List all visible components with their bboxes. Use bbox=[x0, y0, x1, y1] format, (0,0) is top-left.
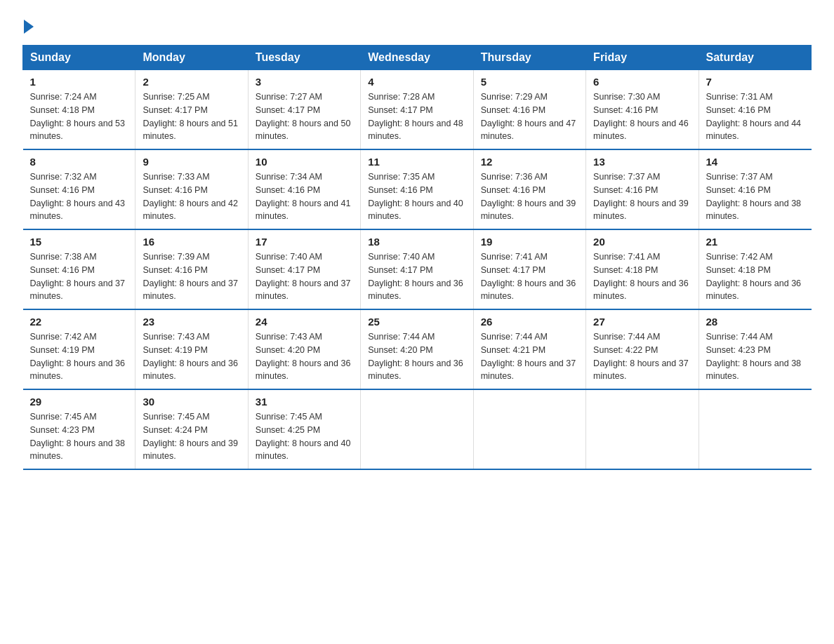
calendar-cell: 28Sunrise: 7:44 AMSunset: 4:23 PMDayligh… bbox=[699, 309, 811, 389]
weekday-header-sunday: Sunday bbox=[23, 46, 135, 70]
weekday-header-thursday: Thursday bbox=[473, 46, 585, 70]
page-header bbox=[22, 17, 812, 31]
day-number: 7 bbox=[706, 76, 805, 88]
day-info: Sunrise: 7:44 AMSunset: 4:23 PMDaylight:… bbox=[706, 330, 805, 383]
calendar-cell: 13Sunrise: 7:37 AMSunset: 4:16 PMDayligh… bbox=[586, 149, 699, 229]
day-info: Sunrise: 7:44 AMSunset: 4:22 PMDaylight:… bbox=[593, 330, 691, 383]
day-info: Sunrise: 7:45 AMSunset: 4:24 PMDaylight:… bbox=[143, 410, 240, 463]
calendar-cell: 7Sunrise: 7:31 AMSunset: 4:16 PMDaylight… bbox=[699, 70, 811, 150]
calendar-cell: 18Sunrise: 7:40 AMSunset: 4:17 PMDayligh… bbox=[361, 229, 473, 309]
calendar-cell: 26Sunrise: 7:44 AMSunset: 4:21 PMDayligh… bbox=[473, 309, 585, 389]
day-number: 18 bbox=[368, 236, 465, 248]
calendar-cell: 21Sunrise: 7:42 AMSunset: 4:18 PMDayligh… bbox=[699, 229, 811, 309]
calendar-week-row: 29Sunrise: 7:45 AMSunset: 4:23 PMDayligh… bbox=[23, 389, 812, 469]
calendar-week-row: 1Sunrise: 7:24 AMSunset: 4:18 PMDaylight… bbox=[23, 70, 812, 150]
day-info: Sunrise: 7:37 AMSunset: 4:16 PMDaylight:… bbox=[593, 170, 691, 223]
logo bbox=[22, 17, 34, 31]
day-info: Sunrise: 7:45 AMSunset: 4:23 PMDaylight:… bbox=[30, 410, 128, 463]
calendar-cell: 14Sunrise: 7:37 AMSunset: 4:16 PMDayligh… bbox=[699, 149, 811, 229]
day-number: 20 bbox=[593, 236, 691, 248]
calendar-cell: 30Sunrise: 7:45 AMSunset: 4:24 PMDayligh… bbox=[135, 389, 248, 469]
day-info: Sunrise: 7:24 AMSunset: 4:18 PMDaylight:… bbox=[30, 90, 128, 143]
weekday-header-saturday: Saturday bbox=[699, 46, 811, 70]
calendar-cell: 31Sunrise: 7:45 AMSunset: 4:25 PMDayligh… bbox=[248, 389, 360, 469]
calendar-cell: 15Sunrise: 7:38 AMSunset: 4:16 PMDayligh… bbox=[23, 229, 135, 309]
day-number: 24 bbox=[256, 316, 353, 328]
day-info: Sunrise: 7:45 AMSunset: 4:25 PMDaylight:… bbox=[256, 410, 353, 463]
day-number: 31 bbox=[256, 396, 353, 408]
calendar-cell: 9Sunrise: 7:33 AMSunset: 4:16 PMDaylight… bbox=[135, 149, 248, 229]
day-info: Sunrise: 7:28 AMSunset: 4:17 PMDaylight:… bbox=[368, 90, 465, 143]
day-info: Sunrise: 7:38 AMSunset: 4:16 PMDaylight:… bbox=[30, 250, 128, 303]
day-number: 22 bbox=[30, 316, 128, 328]
calendar-cell: 1Sunrise: 7:24 AMSunset: 4:18 PMDaylight… bbox=[23, 70, 135, 150]
calendar-cell: 17Sunrise: 7:40 AMSunset: 4:17 PMDayligh… bbox=[248, 229, 360, 309]
day-number: 13 bbox=[593, 156, 691, 168]
day-info: Sunrise: 7:32 AMSunset: 4:16 PMDaylight:… bbox=[30, 170, 128, 223]
day-info: Sunrise: 7:35 AMSunset: 4:16 PMDaylight:… bbox=[368, 170, 465, 223]
calendar-cell: 24Sunrise: 7:43 AMSunset: 4:20 PMDayligh… bbox=[248, 309, 360, 389]
day-info: Sunrise: 7:34 AMSunset: 4:16 PMDaylight:… bbox=[256, 170, 353, 223]
calendar-cell: 3Sunrise: 7:27 AMSunset: 4:17 PMDaylight… bbox=[248, 70, 360, 150]
calendar-cell bbox=[586, 389, 699, 469]
day-info: Sunrise: 7:33 AMSunset: 4:16 PMDaylight:… bbox=[143, 170, 240, 223]
day-info: Sunrise: 7:36 AMSunset: 4:16 PMDaylight:… bbox=[481, 170, 578, 223]
calendar-cell: 19Sunrise: 7:41 AMSunset: 4:17 PMDayligh… bbox=[473, 229, 585, 309]
calendar-cell bbox=[699, 389, 811, 469]
calendar-week-row: 22Sunrise: 7:42 AMSunset: 4:19 PMDayligh… bbox=[23, 309, 812, 389]
day-info: Sunrise: 7:39 AMSunset: 4:16 PMDaylight:… bbox=[143, 250, 240, 303]
day-info: Sunrise: 7:31 AMSunset: 4:16 PMDaylight:… bbox=[706, 90, 805, 143]
calendar-cell: 22Sunrise: 7:42 AMSunset: 4:19 PMDayligh… bbox=[23, 309, 135, 389]
day-number: 3 bbox=[256, 76, 353, 88]
day-number: 29 bbox=[30, 396, 128, 408]
calendar-header: SundayMondayTuesdayWednesdayThursdayFrid… bbox=[23, 46, 812, 70]
day-number: 5 bbox=[481, 76, 578, 88]
day-info: Sunrise: 7:40 AMSunset: 4:17 PMDaylight:… bbox=[256, 250, 353, 303]
day-info: Sunrise: 7:43 AMSunset: 4:19 PMDaylight:… bbox=[143, 330, 240, 383]
day-info: Sunrise: 7:27 AMSunset: 4:17 PMDaylight:… bbox=[256, 90, 353, 143]
day-info: Sunrise: 7:41 AMSunset: 4:18 PMDaylight:… bbox=[593, 250, 691, 303]
day-number: 30 bbox=[143, 396, 240, 408]
day-number: 25 bbox=[368, 316, 465, 328]
calendar-cell: 12Sunrise: 7:36 AMSunset: 4:16 PMDayligh… bbox=[473, 149, 585, 229]
day-number: 14 bbox=[706, 156, 805, 168]
calendar-cell bbox=[473, 389, 585, 469]
calendar-cell: 25Sunrise: 7:44 AMSunset: 4:20 PMDayligh… bbox=[361, 309, 473, 389]
calendar-cell: 10Sunrise: 7:34 AMSunset: 4:16 PMDayligh… bbox=[248, 149, 360, 229]
day-number: 11 bbox=[368, 156, 465, 168]
calendar-cell: 2Sunrise: 7:25 AMSunset: 4:17 PMDaylight… bbox=[135, 70, 248, 150]
weekday-header-tuesday: Tuesday bbox=[248, 46, 360, 70]
day-info: Sunrise: 7:41 AMSunset: 4:17 PMDaylight:… bbox=[481, 250, 578, 303]
day-info: Sunrise: 7:29 AMSunset: 4:16 PMDaylight:… bbox=[481, 90, 578, 143]
day-number: 15 bbox=[30, 236, 128, 248]
logo-arrow-icon bbox=[24, 20, 34, 34]
calendar-cell: 20Sunrise: 7:41 AMSunset: 4:18 PMDayligh… bbox=[586, 229, 699, 309]
day-number: 19 bbox=[481, 236, 578, 248]
day-number: 10 bbox=[256, 156, 353, 168]
day-number: 1 bbox=[30, 76, 128, 88]
calendar-cell: 16Sunrise: 7:39 AMSunset: 4:16 PMDayligh… bbox=[135, 229, 248, 309]
day-number: 2 bbox=[143, 76, 240, 88]
day-number: 28 bbox=[706, 316, 805, 328]
calendar-cell: 6Sunrise: 7:30 AMSunset: 4:16 PMDaylight… bbox=[586, 70, 699, 150]
calendar-cell bbox=[361, 389, 473, 469]
day-info: Sunrise: 7:42 AMSunset: 4:18 PMDaylight:… bbox=[706, 250, 805, 303]
day-info: Sunrise: 7:43 AMSunset: 4:20 PMDaylight:… bbox=[256, 330, 353, 383]
day-info: Sunrise: 7:40 AMSunset: 4:17 PMDaylight:… bbox=[368, 250, 465, 303]
calendar-cell: 29Sunrise: 7:45 AMSunset: 4:23 PMDayligh… bbox=[23, 389, 135, 469]
calendar-week-row: 8Sunrise: 7:32 AMSunset: 4:16 PMDaylight… bbox=[23, 149, 812, 229]
day-info: Sunrise: 7:44 AMSunset: 4:21 PMDaylight:… bbox=[481, 330, 578, 383]
day-number: 17 bbox=[256, 236, 353, 248]
day-info: Sunrise: 7:44 AMSunset: 4:20 PMDaylight:… bbox=[368, 330, 465, 383]
day-number: 12 bbox=[481, 156, 578, 168]
day-number: 8 bbox=[30, 156, 128, 168]
day-info: Sunrise: 7:37 AMSunset: 4:16 PMDaylight:… bbox=[706, 170, 805, 223]
calendar-cell: 5Sunrise: 7:29 AMSunset: 4:16 PMDaylight… bbox=[473, 70, 585, 150]
weekday-header-wednesday: Wednesday bbox=[361, 46, 473, 70]
day-info: Sunrise: 7:42 AMSunset: 4:19 PMDaylight:… bbox=[30, 330, 128, 383]
weekday-header-friday: Friday bbox=[586, 46, 699, 70]
calendar-cell: 4Sunrise: 7:28 AMSunset: 4:17 PMDaylight… bbox=[361, 70, 473, 150]
calendar-cell: 8Sunrise: 7:32 AMSunset: 4:16 PMDaylight… bbox=[23, 149, 135, 229]
weekday-header-monday: Monday bbox=[135, 46, 248, 70]
calendar-cell: 27Sunrise: 7:44 AMSunset: 4:22 PMDayligh… bbox=[586, 309, 699, 389]
